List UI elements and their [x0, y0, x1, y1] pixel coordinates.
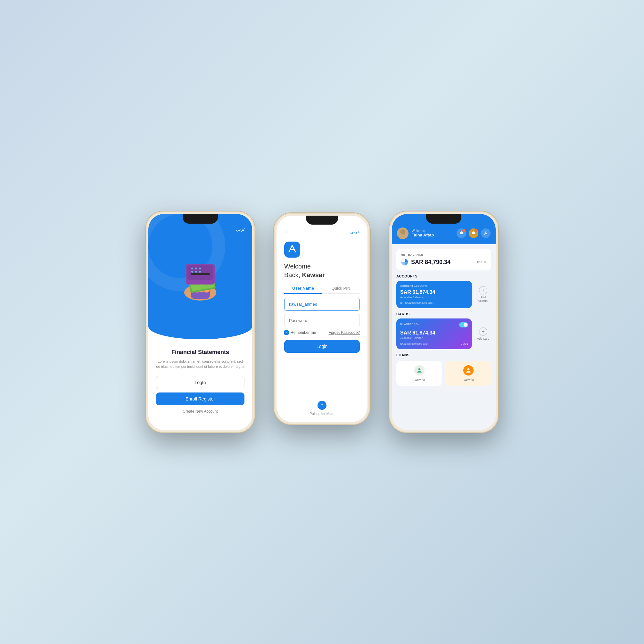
phone3-screen: Welcome, Talha Aftab 2 — [392, 214, 496, 430]
pull-up-icon[interactable]: ⌃ — [318, 401, 326, 410]
remember-checkbox[interactable]: ✓ — [284, 330, 289, 335]
account-sublabel: Available Balance — [400, 296, 468, 299]
phone3-notch — [426, 214, 461, 224]
loan-label-2: Apply for — [463, 378, 474, 381]
loans-row: Apply for Apply for — [396, 361, 491, 386]
svg-point-12 — [195, 268, 197, 269]
loan-card-2[interactable]: Apply for — [445, 361, 491, 386]
welcome-back-line: Back, Kawsar — [284, 271, 360, 279]
header-icons: 2 1 — [457, 228, 491, 238]
svg-point-22 — [467, 368, 469, 370]
accounts-row: CURRENT ACCOUNT SAR 61,874.34 Available … — [396, 281, 491, 308]
loan-icon-2 — [463, 365, 474, 376]
add-account-label: Add Account — [475, 296, 491, 303]
login-button[interactable]: LogIn — [156, 376, 244, 389]
welcome-small-text: Welcome, — [412, 229, 434, 233]
pull-up-section: ⌃ Pull up for More — [284, 398, 360, 416]
phone-3-dashboard: Welcome, Talha Aftab 2 — [389, 211, 498, 433]
card-number: SA02935 539 5893 0294 — [400, 343, 429, 345]
phone-2-login: ← عربي Welcome Back, Kawsar — [274, 213, 370, 425]
app-logo — [284, 242, 300, 258]
card-expiry: 22/01 — [461, 342, 468, 345]
phone1-title: Financial Statements — [171, 349, 229, 356]
tab-quickpin[interactable]: Quick PIN — [322, 286, 360, 293]
svg-point-13 — [199, 268, 201, 269]
accounts-section-title: ACCOUNTS — [396, 274, 491, 278]
phone1-bottom: Financial Statements Lorem ipsum dolor s… — [148, 339, 252, 430]
user-full-name: Talha Aftab — [412, 233, 434, 237]
dashboard-body: NET BALANCE SAR 84,790.34 — [392, 244, 496, 430]
welcome-username: Kawsar — [302, 271, 325, 278]
hide-button[interactable]: Hide 👁 — [475, 260, 487, 264]
svg-point-18 — [400, 229, 405, 235]
account-iban: IBN SA02935 539 5893 0294 — [400, 301, 468, 304]
add-card-plus[interactable]: + — [479, 327, 487, 336]
tab-username[interactable]: User Name — [284, 286, 322, 294]
phone2-screen: ← عربي Welcome Back, Kawsar — [277, 216, 367, 422]
remember-left: ✓ Remember me — [284, 330, 316, 335]
svg-rect-19 — [398, 235, 407, 239]
welcome-line1: Welcome — [284, 263, 311, 270]
forget-passcode-link[interactable]: Forget Passcode? — [329, 330, 360, 335]
pull-up-label: Pull up for More — [284, 412, 360, 416]
phone1-hero: عربي — [148, 214, 252, 339]
card-top-row: DJ ANDERSON — [400, 322, 468, 327]
cards-row: DJ ANDERSON SAR 61,874.34 Available Bala… — [396, 318, 491, 349]
phone1-description: Lorem ipsum dolor sit amet, consectetur … — [156, 359, 244, 369]
net-balance-label: NET BALANCE — [401, 253, 487, 256]
notification-icon-2[interactable]: 1 — [469, 228, 478, 238]
notification-icon-1[interactable]: 2 — [457, 228, 466, 238]
welcome-line2: Back, — [284, 271, 300, 278]
remember-label: Remember me — [291, 330, 316, 335]
card-number-row: SA02935 539 5893 0294 22/01 — [400, 342, 468, 345]
current-account-card[interactable]: CURRENT ACCOUNT SAR 61,874.34 Available … — [396, 281, 472, 308]
enroll-button[interactable]: Enroll Register — [156, 392, 244, 405]
card-sublabel: Available Balance — [400, 336, 468, 340]
debit-card[interactable]: DJ ANDERSON SAR 61,874.34 Available Bala… — [396, 318, 472, 349]
password-input[interactable] — [284, 314, 360, 327]
logo-icon[interactable] — [481, 228, 491, 238]
back-button[interactable]: ← — [284, 228, 290, 235]
svg-point-11 — [191, 268, 193, 269]
cards-section-title: CARDS — [396, 312, 491, 316]
user-info: Welcome, Talha Aftab — [397, 227, 434, 239]
phone1-screen: عربي — [148, 214, 252, 430]
username-input[interactable] — [284, 298, 360, 311]
loan-label-1: Apply for — [414, 378, 425, 381]
card-holder-name: DJ ANDERSON — [400, 323, 419, 326]
card-toggle[interactable] — [459, 322, 468, 327]
account-amount: SAR 61,874.34 — [400, 289, 468, 295]
balance-left: SAR 84,790.34 — [401, 258, 450, 266]
svg-point-15 — [195, 271, 197, 273]
loan-icon-1 — [414, 365, 425, 376]
phone2-arabic-label[interactable]: عربي — [350, 229, 360, 234]
badge-1: 2 — [462, 229, 466, 232]
login-tabs: User Name Quick PIN — [284, 286, 360, 294]
hide-label: Hide — [475, 260, 482, 264]
add-account-action[interactable]: + Add Account — [475, 281, 491, 308]
remember-row: ✓ Remember me Forget Passcode? — [284, 330, 360, 335]
svg-rect-10 — [191, 273, 210, 275]
account-type-label: CURRENT ACCOUNT — [400, 285, 468, 287]
pull-chevron: ⌃ — [320, 403, 324, 408]
welcome-name-block: Welcome, Talha Aftab — [412, 229, 434, 237]
phone-1-onboarding: عربي — [146, 211, 255, 433]
create-account-link[interactable]: Create New Account — [183, 409, 218, 414]
add-card-action[interactable]: + Add Card — [475, 318, 491, 349]
phone2-login-button[interactable]: Login — [284, 340, 360, 353]
balance-row: SAR 84,790.34 Hide 👁 — [401, 258, 487, 266]
svg-point-21 — [418, 368, 420, 370]
svg-point-14 — [191, 271, 193, 273]
phone2-header: ← عربي — [284, 228, 360, 235]
phone1-arabic-label[interactable]: عربي — [236, 227, 246, 232]
welcome-line: Welcome — [284, 263, 360, 270]
balance-pie-icon — [401, 258, 409, 266]
user-avatar — [397, 227, 409, 239]
phones-container: عربي — [120, 186, 524, 458]
phone1-notch — [183, 214, 218, 224]
add-account-plus[interactable]: + — [479, 286, 487, 294]
loan-card-1[interactable]: Apply for — [396, 361, 442, 386]
phone2-notch — [306, 216, 338, 225]
atm-illustration: $ — [173, 256, 227, 304]
add-card-label: Add Card — [477, 337, 489, 341]
